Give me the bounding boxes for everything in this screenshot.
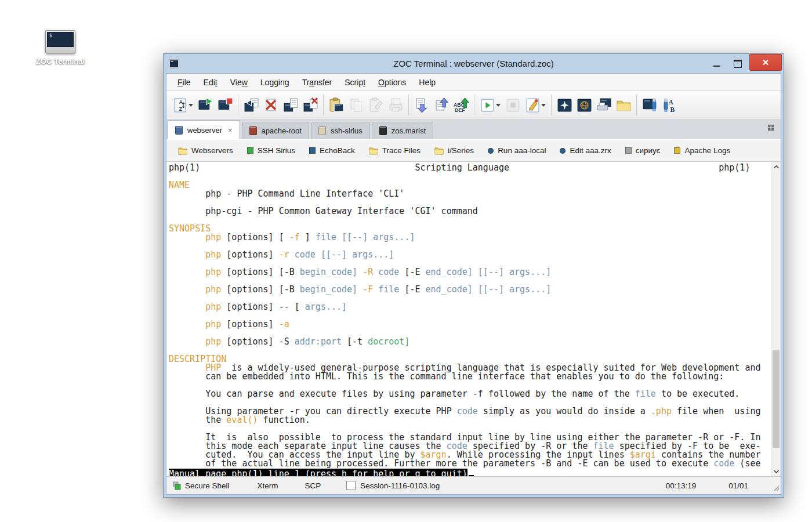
terminal-line: php [options] -a (169, 320, 771, 329)
highlight-icon[interactable] (640, 95, 659, 115)
upload-icon[interactable] (432, 95, 451, 115)
quick-button-webservers[interactable]: Webservers (171, 140, 240, 161)
pager-status-text: Manual page php(1) line 1 (press h for h… (169, 469, 467, 476)
print-clipboard-icon (386, 95, 405, 115)
quick-button-сириус[interactable]: сириус (618, 140, 668, 161)
emulation-status[interactable]: Xterm (258, 481, 278, 490)
quick-button-label: i/Series (448, 146, 474, 155)
toolbar-separator (636, 95, 637, 115)
print-screen-icon[interactable] (594, 95, 614, 115)
dropdown-arrow-icon[interactable] (188, 104, 193, 107)
connection-status: Secure Shell (172, 481, 230, 490)
log-checkbox[interactable] (346, 481, 356, 490)
toolbar-separator (474, 95, 474, 115)
edit-script-icon[interactable] (523, 95, 542, 115)
session-timer: 00:13:19 (666, 481, 697, 490)
dropdown-arrow-icon[interactable] (496, 104, 501, 107)
quick-button-i-series[interactable]: i/Series (427, 140, 481, 161)
menu-bar: FileEditViewLoggingTransferScriptOptions… (166, 74, 781, 91)
svg-text:A: A (179, 99, 183, 105)
terminal-line: php [options] [ -f ] file [[--] args...] (169, 233, 771, 242)
close-document-icon[interactable] (300, 95, 320, 115)
window-body: FileEditViewLoggingTransferScriptOptions… (166, 73, 781, 495)
connect-icon[interactable] (195, 95, 215, 115)
quick-button-edit-aaa-zrx[interactable]: Edit aaa.zrx (553, 140, 618, 161)
tab-close-icon[interactable]: × (228, 126, 233, 134)
square-icon (247, 147, 253, 154)
terminal-line: php - PHP Command Line Interface 'CLI' (169, 190, 771, 198)
menu-script[interactable]: Script (338, 78, 372, 87)
menu-help[interactable]: Help (412, 78, 442, 87)
fullscreen-icon[interactable] (554, 95, 574, 115)
quick-button-label: Webservers (191, 146, 233, 155)
tab-apache-root[interactable]: apache-root (242, 122, 309, 139)
disconnect-icon[interactable] (215, 95, 235, 115)
download-icon[interactable] (412, 95, 432, 115)
tab-label: zos.marist (392, 126, 426, 135)
menu-options[interactable]: Options (372, 78, 412, 87)
tab-label: apache-root (262, 126, 302, 135)
restart-session-icon[interactable] (241, 95, 261, 115)
scroll-down-icon[interactable] (771, 466, 781, 476)
menu-file[interactable]: File (171, 78, 197, 87)
dot-icon (560, 148, 566, 154)
session-type-icon (318, 126, 326, 135)
quick-button-ssh-sirius[interactable]: SSH Sirius (240, 140, 302, 161)
scroll-up-icon[interactable] (771, 162, 781, 172)
delete-session-icon[interactable] (261, 95, 281, 115)
terminal-line: php(1) Scripting Language php(1) (169, 164, 771, 172)
quick-button-echoback[interactable]: EchoBack (302, 140, 362, 161)
menu-transfer[interactable]: Transfer (296, 78, 339, 87)
menu-logging[interactable]: Logging (254, 78, 296, 87)
scrollbar[interactable] (771, 162, 781, 476)
tab-label: ssh-sirius (331, 126, 362, 135)
session-document-icon[interactable] (281, 95, 300, 115)
secure-shell-icon (172, 481, 181, 490)
resize-grip[interactable] (773, 484, 780, 493)
quick-button-label: EchoBack (320, 146, 355, 155)
session-overview-icon[interactable] (574, 95, 594, 115)
font-tool-icon[interactable]: AB (659, 95, 679, 115)
close-button[interactable]: ✕ (749, 54, 782, 71)
terminal-line: php [options] [-B begin_code] -F file [-… (169, 285, 771, 294)
terminal-line: php [options] -- [ args...] (169, 303, 771, 311)
terminal-area: php(1) Scripting Language php(1) NAME ph… (166, 162, 781, 477)
svg-text:A: A (668, 99, 673, 106)
folder-icon (369, 147, 378, 155)
session-type-icon (175, 126, 183, 135)
maximize-button[interactable] (727, 54, 748, 73)
tab-layout-grid-icon[interactable] (767, 124, 775, 134)
terminal-screen[interactable]: php(1) Scripting Language php(1) NAME ph… (166, 162, 771, 476)
quick-button-apache-logs[interactable]: Apache Logs (667, 140, 737, 161)
terminal-line: php [options] -S addr:port [-t docroot] (169, 338, 771, 346)
title-bar[interactable]: ZOC Terminal : webserver (Standard.zoc) … (164, 54, 784, 73)
minimize-button[interactable] (706, 54, 727, 73)
scrollbar-thumb[interactable] (773, 350, 780, 448)
session-type-icon (249, 126, 257, 135)
paste-clipboard-icon[interactable] (327, 95, 346, 115)
desktop-icon-zoc-terminal[interactable]: $_ ZOC Terminal (30, 30, 90, 66)
session-log-toggle[interactable]: Session-1116-0103.log (346, 481, 440, 490)
quick-button-run-aaa-local[interactable]: Run aaa-local (481, 140, 553, 161)
zoc-terminal-window: ZOC Terminal : webserver (Standard.zoc) … (163, 53, 784, 498)
open-folder-icon[interactable] (614, 95, 633, 115)
tab-zos-marist[interactable]: zos.marist (372, 122, 433, 139)
copy-icon (346, 95, 366, 115)
svg-text:DEF: DEF (455, 107, 465, 113)
menu-edit[interactable]: Edit (197, 78, 224, 87)
terminal-line: php [options] [-B begin_code] -R code [-… (169, 268, 771, 277)
menu-view[interactable]: View (224, 78, 254, 87)
svg-text:B: B (670, 106, 675, 113)
tab-ssh-sirius[interactable]: ssh-sirius (311, 122, 370, 139)
run-script-icon[interactable] (477, 95, 497, 115)
session-type-icon (379, 126, 387, 135)
tab-strip: webserver×apache-rootssh-siriuszos.maris… (166, 119, 781, 139)
toolbar-separator (323, 95, 324, 115)
dropdown-arrow-icon[interactable] (541, 104, 546, 107)
host-directory-icon[interactable]: AZ (170, 95, 190, 115)
send-text-icon[interactable]: ABCDEF (451, 95, 471, 115)
tab-webserver[interactable]: webserver× (168, 120, 240, 139)
connection-label: Secure Shell (185, 481, 230, 490)
protocol-status[interactable]: SCP (305, 481, 321, 490)
quick-button-trace-files[interactable]: Trace Files (362, 140, 427, 161)
